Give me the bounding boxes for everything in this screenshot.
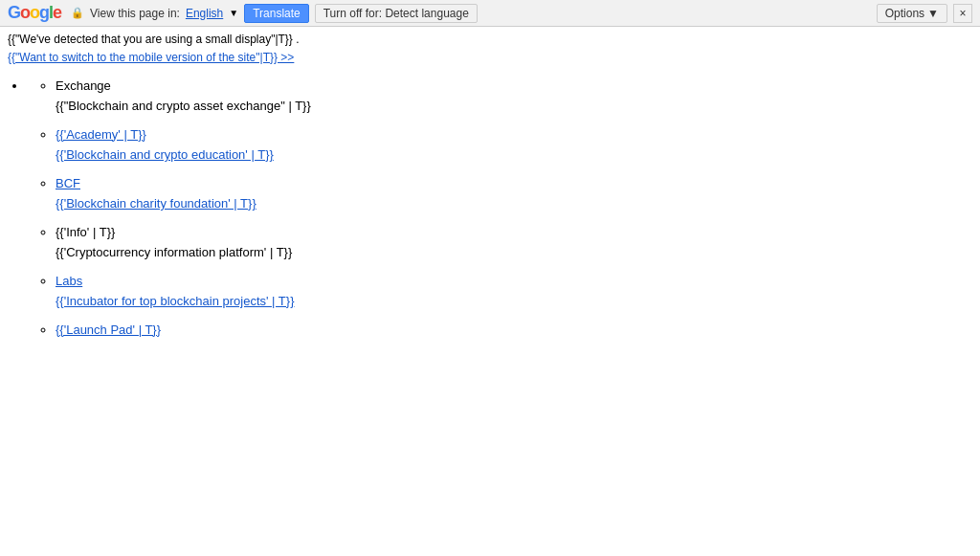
- notification-line1: {{"We've detected that you are using a s…: [8, 31, 972, 48]
- close-button[interactable]: ×: [953, 4, 972, 23]
- academy-title: {{'Academy' | T}}: [56, 125, 972, 145]
- language-link[interactable]: English: [186, 7, 223, 20]
- academy-desc-link[interactable]: {{'Blockchain and crypto education' | T}…: [56, 147, 274, 162]
- academy-link[interactable]: {{'Academy' | T}}: [56, 127, 146, 142]
- bcf-desc-link[interactable]: {{'Blockchain charity foundation' | T}}: [56, 196, 256, 211]
- lock-icon: 🔒: [71, 7, 84, 19]
- academy-description: {{'Blockchain and crypto education' | T}…: [56, 145, 972, 165]
- exchange-title: Exchange: [56, 77, 972, 96]
- bcf-link[interactable]: BCF: [56, 176, 80, 190]
- mobile-version-link[interactable]: {{"Want to switch to the mobile version …: [8, 51, 294, 64]
- labs-title: Labs: [56, 272, 972, 291]
- labs-link[interactable]: Labs: [56, 274, 82, 288]
- sub-list-item-info: {{'Info' | T}} {{'Cryptocurrency informa…: [56, 223, 972, 262]
- exchange-description: {{"Blockchain and crypto asset exchange"…: [56, 97, 972, 116]
- turn-off-button[interactable]: Turn off for: Detect language: [315, 4, 478, 23]
- options-arrow-icon: ▼: [927, 7, 939, 20]
- labs-description: {{'Incubator for top blockchain projects…: [56, 292, 972, 311]
- options-label: Options: [885, 7, 924, 20]
- sub-list-item-bcf: BCF {{'Blockchain charity foundation' | …: [56, 174, 972, 213]
- labs-desc-link[interactable]: {{'Incubator for top blockchain projects…: [56, 294, 294, 308]
- sub-list-item-academy: {{'Academy' | T}} {{'Blockchain and cryp…: [56, 125, 972, 165]
- sub-list: Exchange {{"Blockchain and crypto asset …: [56, 77, 972, 340]
- language-dropdown-icon[interactable]: ▼: [229, 8, 238, 18]
- sub-list-item-launchpad: {{'Launch Pad' | T}}: [56, 321, 972, 340]
- notification-banner: {{"We've detected that you are using a s…: [8, 31, 972, 67]
- sub-list-item-labs: Labs {{'Incubator for top blockchain pro…: [56, 272, 972, 311]
- launchpad-link[interactable]: {{'Launch Pad' | T}}: [56, 322, 161, 337]
- translate-button[interactable]: Translate: [244, 4, 309, 23]
- main-list: Exchange {{"Blockchain and crypto asset …: [27, 77, 972, 340]
- bcf-title: BCF: [56, 174, 972, 193]
- main-content: {{"We've detected that you are using a s…: [0, 27, 980, 346]
- google-logo: Google: [8, 3, 61, 23]
- info-description: {{'Cryptocurrency information platform' …: [56, 243, 972, 262]
- sub-list-item-exchange: Exchange {{"Blockchain and crypto asset …: [56, 77, 972, 116]
- launchpad-title: {{'Launch Pad' | T}}: [56, 321, 972, 340]
- view-text: View this page in:: [90, 7, 180, 20]
- options-button[interactable]: Options ▼: [877, 4, 947, 23]
- notification-line2: {{"Want to switch to the mobile version …: [8, 48, 972, 67]
- translate-bar: Google 🔒 View this page in: English ▼ Tr…: [0, 0, 980, 27]
- list-item: Exchange {{"Blockchain and crypto asset …: [27, 77, 972, 340]
- info-title: {{'Info' | T}}: [56, 223, 972, 242]
- bcf-description: {{'Blockchain charity foundation' | T}}: [56, 194, 972, 213]
